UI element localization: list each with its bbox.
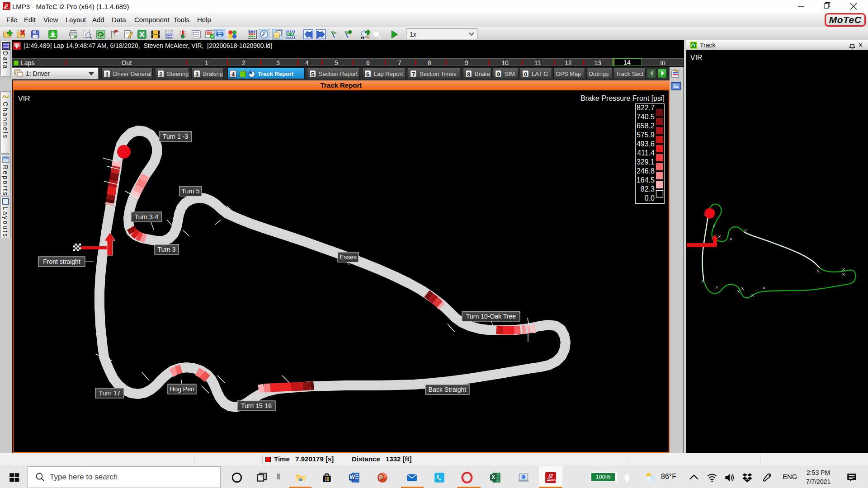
svg-text:246.8: 246.8	[637, 167, 655, 175]
svg-text:0.0: 0.0	[645, 194, 655, 202]
svg-text:411.4: 411.4	[637, 149, 655, 157]
svg-text:82.3: 82.3	[641, 185, 655, 193]
svg-text:575.9: 575.9	[637, 131, 655, 139]
svg-text:Turn 17: Turn 17	[99, 389, 121, 397]
svg-text:Turn 5: Turn 5	[182, 188, 200, 195]
svg-text:329.1: 329.1	[637, 158, 655, 166]
svg-text:Esses: Esses	[340, 253, 357, 261]
svg-text:740.5: 740.5	[637, 113, 655, 121]
svg-text:Back Straight: Back Straight	[429, 386, 466, 393]
svg-text:X: X	[491, 474, 495, 480]
svg-text:Hog Pen: Hog Pen	[170, 385, 194, 393]
svg-text:Turn 1 -3: Turn 1 -3	[163, 133, 188, 140]
svg-text:W: W	[350, 474, 355, 480]
svg-text:Brake Pressure Front [psi]: Brake Pressure Front [psi]	[580, 94, 665, 102]
svg-text:VIR: VIR	[690, 54, 703, 61]
svg-text:164.5: 164.5	[637, 176, 655, 184]
svg-text:PRO: PRO	[6, 7, 10, 9]
svg-text:493.6: 493.6	[637, 140, 655, 148]
svg-text:Turn 10-Oak Tree: Turn 10-Oak Tree	[466, 313, 516, 320]
svg-text:Turn 3-4: Turn 3-4	[135, 213, 159, 221]
svg-text:Front straight: Front straight	[43, 258, 80, 265]
svg-text:i2: i2	[548, 473, 553, 479]
svg-text:VIR: VIR	[18, 95, 30, 103]
svg-text:P: P	[379, 474, 383, 481]
svg-text:Turn 3: Turn 3	[158, 246, 176, 253]
svg-text:Turn 15-16: Turn 15-16	[241, 402, 272, 409]
svg-text:PRO: PRO	[551, 479, 556, 482]
svg-text:658.2: 658.2	[637, 122, 655, 130]
svg-text:822.7: 822.7	[637, 104, 655, 112]
